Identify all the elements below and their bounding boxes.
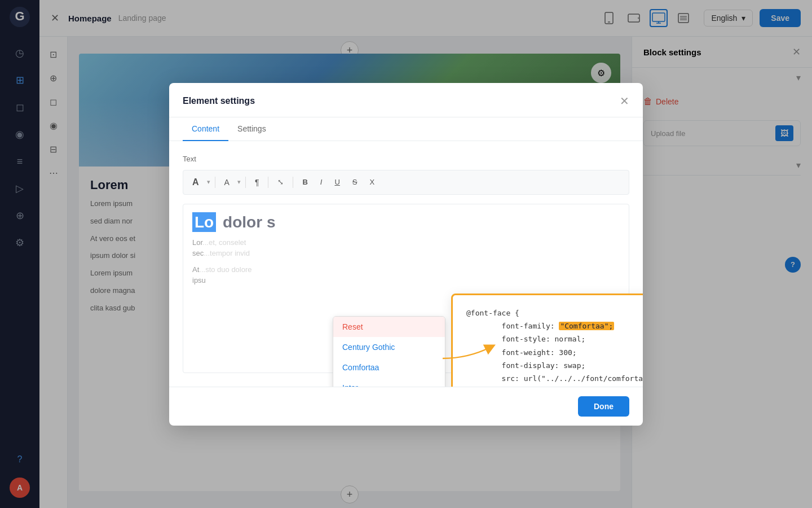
modal-title: Element settings [183,96,255,106]
font-size-chevron[interactable]: ▾ [207,178,210,186]
editor-text-block-4: ipsu [192,276,620,284]
modal-body: Text A ▾ A ▾ ¶ ⤡ B I U S X [169,141,643,387]
editor-heading-rest: dolor s [223,213,275,231]
font-dropdown: Reset Century Gothic Comfortaa Inter Ita… [333,316,445,387]
font-comfortaa-item[interactable]: Comfortaa [333,357,445,378]
editor-heading-lo: Lo [192,212,216,232]
comfortaa-highlight: "Comfortaa"; [559,322,614,330]
editor-text-block-1: Lor...et, conselet [192,236,620,249]
done-button[interactable]: Done [578,396,629,417]
editor-text-block-3: At...sto duo dolore [192,263,620,276]
modal-tabs: Content Settings [169,117,643,141]
paragraph-button[interactable]: ¶ [250,176,264,189]
text-toolbar: A ▾ A ▾ ¶ ⤡ B I U S X [183,170,629,195]
modal-header: Element settings ✕ [169,83,643,117]
italic-button[interactable]: I [316,176,327,189]
font-inter-item[interactable]: Inter [333,378,445,387]
underline-button[interactable]: U [330,176,344,189]
font-style-button[interactable]: A [220,176,234,189]
tab-settings[interactable]: Settings [228,117,275,141]
font-style-chevron[interactable]: ▾ [237,178,241,186]
strikethrough-button[interactable]: S [348,176,362,189]
font-size-button[interactable]: A [188,175,204,190]
expand-button[interactable]: ⤡ [273,176,288,189]
element-settings-modal: Element settings ✕ Content Settings Text… [169,83,643,426]
bold-button[interactable]: B [298,176,312,189]
code-content: @font-face { font-family: "Comfortaa"; f… [466,306,643,387]
editor-text-block-2: sec...tempor invid [192,249,620,257]
superscript-button[interactable]: X [365,176,379,189]
text-section-label: Text [183,155,629,163]
font-century-gothic-item[interactable]: Century Gothic [333,337,445,357]
modal-close-button[interactable]: ✕ [620,94,629,108]
modal-footer: Done [169,387,643,426]
code-popup: @font-face { font-family: "Comfortaa"; f… [451,294,643,387]
font-reset-item[interactable]: Reset [333,317,445,337]
modal-overlay: Element settings ✕ Content Settings Text… [0,0,812,508]
tab-content[interactable]: Content [183,117,228,141]
